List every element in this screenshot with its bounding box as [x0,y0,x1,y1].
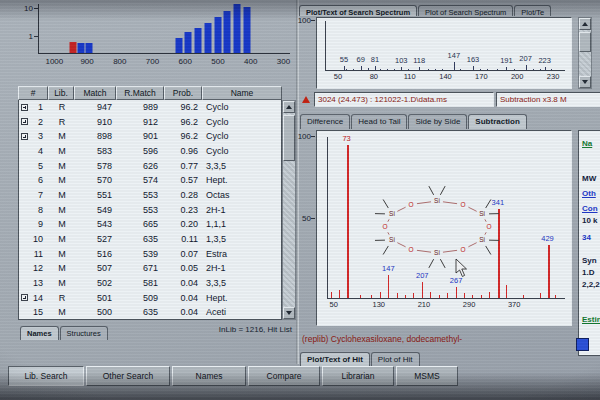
toolbar-button-names[interactable]: Names [172,366,246,386]
table-row[interactable]: 8M5495530.232H-1 [19,203,281,218]
spectrum-peak [442,69,443,70]
axis-tick-label: 500 [211,57,224,66]
table-row[interactable]: 1R94798996.2Cyclo [19,100,281,115]
match-cell: 516 [75,247,117,262]
table-row[interactable]: 15M5006350.04Aceti [19,305,281,320]
panel-splitter[interactable] [296,0,299,364]
info-field-label[interactable]: Estin [579,315,600,324]
info-field-label[interactable]: Oth [579,189,600,198]
scroll-up-button[interactable] [283,101,295,113]
compare-tab-head-to-tail[interactable]: Head to Tail [351,114,407,129]
table-row[interactable]: 2R91091296.2Cyclo [19,115,281,130]
toolbar-button-compare[interactable]: Compare [248,366,320,386]
rmatch-cell: 901 [117,129,165,144]
hit-number: 6 [28,173,43,187]
lib-cell: M [49,305,75,320]
hitlist-scrollbar[interactable] [282,100,296,320]
scrollbar-thumb[interactable] [579,32,591,52]
scrollbar-track[interactable] [283,113,295,307]
name-cell: 3,3,5 [203,276,281,291]
spectrum-peak [380,69,381,70]
table-row[interactable]: 9M5436650.201,1,1 [19,217,281,232]
toolbar-button-librarian[interactable]: Librarian [322,366,394,386]
expand-plus-icon[interactable] [21,133,28,140]
expand-plus-icon[interactable] [21,104,28,111]
subtraction-field[interactable]: Subtraction x3.8 M [496,92,600,107]
table-row[interactable]: 11M5165390.07Estra [19,247,281,262]
toolbar-button-msms[interactable]: MSMS [396,366,458,386]
table-row[interactable]: 4M5835960.96Cyclo [19,144,281,159]
scan-file-field[interactable]: 3024 (24.473) : 121022-1.D\data.ms [314,92,494,107]
prob-cell: 0.11 [165,232,203,247]
table-row[interactable]: 10M5276350.111,3,5 [19,232,281,247]
toolbar-button-other-search[interactable]: Other Search [86,366,170,386]
hit-list-table: 1R94798996.2Cyclo2R91091296.2Cyclo3M8989… [18,100,282,320]
prob-cell: 0.57 [165,173,203,188]
arrow-down-icon [286,311,292,315]
match-cell: 910 [75,115,117,130]
info-field-label[interactable]: Na [579,139,600,148]
scroll-down-button[interactable] [283,307,295,319]
compare-tab-side-by-side[interactable]: Side by Side [408,114,467,129]
toolbar-button-lib-search[interactable]: Lib. Search [8,366,84,386]
spectrum-peak [480,69,481,70]
spectrum-peak [339,290,340,298]
hit-histogram-panel: 101 1000900800700600500400300 [18,2,296,74]
prob-cell: 0.28 [165,188,203,203]
search-tab-plot-of-search-spectrum[interactable]: Plot of Search Spectrum [418,5,513,16]
spectrum-peak [428,69,429,70]
column-header-r-match[interactable]: R.Match [116,86,164,100]
column-header-lib[interactable]: Lib. [48,86,74,100]
search-spectrum-plot: 5569811031181471631912072235080110140170… [316,17,572,89]
axis-tick-label: 1000 [45,57,63,66]
spectrum-peak [346,69,347,70]
column-header-[interactable]: # [18,86,48,100]
column-header-prob[interactable]: Prob. [164,86,202,100]
column-header-match[interactable]: Match [74,86,116,100]
peak-label: 81 [371,55,379,64]
spectrum-peak [408,69,409,70]
compare-tab-subtraction[interactable]: Subtraction [468,114,526,129]
search-tab-plot-te[interactable]: Plot/Te [514,5,551,16]
spectrum-peak [353,69,354,70]
axis-tick-label: 50 [334,72,342,81]
axis-tick-label: 210 [418,300,431,309]
axis-tick-mark [311,136,315,137]
hitlist-tab-structures[interactable]: Structures [60,326,108,340]
compare-tab-difference[interactable]: Difference [300,114,350,129]
table-row[interactable]: 13M5025810.043,3,5 [19,276,281,291]
main-toolbar: Lib. SearchOther SearchNamesCompareLibra… [0,366,600,388]
table-row[interactable]: 7M5515530.28Octas [19,188,281,203]
scroll-up-button[interactable] [579,18,591,30]
scrollbar-track[interactable] [579,30,591,76]
scan-file-text: 3024 (24.473) : 121022-1.D\data.ms [318,95,447,104]
info-field-label[interactable]: Con [579,204,600,213]
scroll-down-button[interactable] [579,76,591,88]
spectrum-peak [397,293,398,298]
hit-tab-plot-text-of-hit[interactable]: Plot/Text of Hit [300,352,370,367]
table-row[interactable]: 12M5076710.052H-1 [19,261,281,276]
table-row[interactable]: 6M5705740.57Hept. [19,173,281,188]
hitlist-tab-names[interactable]: Names [20,326,59,340]
name-cell: Octas [203,188,281,203]
search-tab-plot-text-of-search-spectrum[interactable]: Plot/Text of Search Spectrum [299,5,417,16]
table-row[interactable]: 5M5786260.773,3,5 [19,159,281,174]
scrollbar-thumb[interactable] [283,115,295,161]
lib-cell: M [49,173,75,188]
right-panel-scrollbar[interactable] [578,17,592,89]
table-row[interactable]: 14R5015090.04Hept. [19,291,281,306]
hit-index-cell: 1 [19,100,49,115]
spectrum-peak [540,293,541,298]
hit-tab-plot-of-hit[interactable]: Plot of Hit [371,352,420,367]
prob-cell: 0.23 [165,203,203,218]
axis-tick-label: 170 [475,72,488,81]
table-row[interactable]: 3M89890196.2Cyclo [19,129,281,144]
info-panel-button[interactable] [576,338,589,351]
spectrum-peak [439,295,440,298]
rmatch-cell: 539 [117,247,165,262]
expand-plus-icon[interactable] [21,294,28,301]
expand-plus-icon[interactable] [21,118,28,125]
spectrum-peak [555,295,556,298]
column-header-name[interactable]: Name [202,86,282,100]
spectrum-peak [506,285,507,298]
